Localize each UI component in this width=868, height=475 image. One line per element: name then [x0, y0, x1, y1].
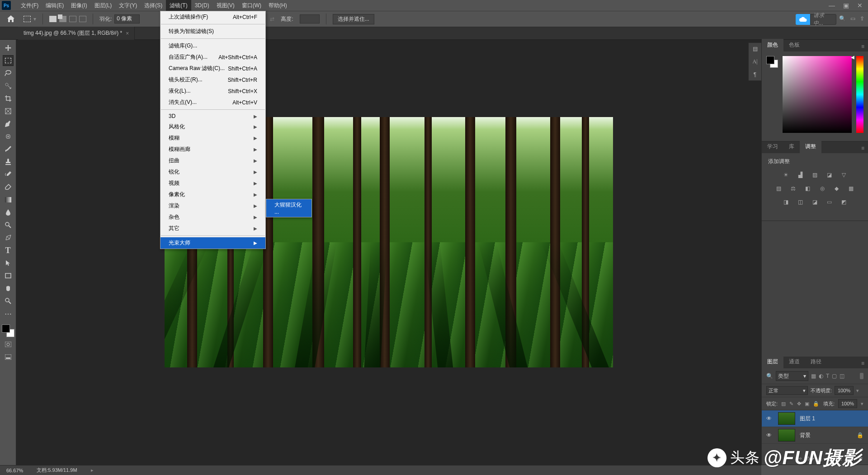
marquee-tool[interactable]: [3, 55, 14, 66]
height-input[interactable]: [300, 14, 320, 24]
frame-tool[interactable]: [3, 106, 14, 117]
lock-paint-icon[interactable]: ✎: [789, 401, 793, 407]
layer-name[interactable]: 图层 1: [800, 415, 863, 423]
menu-select[interactable]: 选择(S): [141, 0, 166, 11]
lock-artboard-icon[interactable]: ▣: [805, 401, 809, 407]
tab-libraries[interactable]: 库: [783, 141, 800, 153]
panel-color-swatch[interactable]: [766, 56, 778, 68]
fill-input[interactable]: 100%: [838, 399, 857, 408]
adj-hue-icon[interactable]: ▤: [774, 184, 783, 193]
color-picker-field[interactable]: ◀: [783, 56, 852, 133]
layer-thumbnail[interactable]: [778, 429, 795, 442]
search-icon[interactable]: 🔍: [839, 15, 846, 22]
gradient-tool[interactable]: [3, 194, 14, 205]
blend-mode-select[interactable]: 正常▾: [766, 386, 808, 395]
move-tool[interactable]: [3, 42, 14, 53]
maximize-icon[interactable]: ▣: [843, 2, 849, 9]
tab-paths[interactable]: 路径: [805, 356, 827, 368]
marquee-icon[interactable]: [24, 16, 31, 22]
panel-menu-icon[interactable]: ≡: [858, 143, 868, 153]
para-panel-icon[interactable]: ¶: [754, 71, 756, 78]
hand-tool[interactable]: [3, 283, 14, 294]
opacity-input[interactable]: 100%: [835, 386, 854, 395]
menu-filter[interactable]: 滤镜(T): [166, 0, 191, 11]
filter-adaptive[interactable]: 自适应广角(A)...Alt+Shift+Ctrl+A: [160, 52, 265, 63]
adj-threshold-icon[interactable]: ◪: [811, 198, 820, 206]
filter-type-icon[interactable]: T: [826, 373, 829, 379]
menu-edit[interactable]: 编辑(E): [42, 0, 67, 11]
search-input[interactable]: 请求中...: [810, 14, 836, 25]
filter-other[interactable]: 其它▶: [160, 223, 265, 234]
menu-type[interactable]: 文字(Y): [115, 0, 141, 11]
filter-lens[interactable]: 镜头校正(R)...Shift+Ctrl+R: [160, 74, 265, 85]
zoom-level[interactable]: 66.67%: [6, 468, 23, 473]
close-icon[interactable]: ✕: [857, 2, 863, 9]
menu-window[interactable]: 窗口(W): [238, 0, 265, 11]
adj-invert-icon[interactable]: ◨: [782, 198, 791, 206]
filter-video[interactable]: 视频▶: [160, 178, 265, 189]
filter-stylize[interactable]: 风格化▶: [160, 121, 265, 132]
panel-menu-icon[interactable]: ≡: [858, 358, 868, 368]
lock-transparency-icon[interactable]: ▨: [781, 401, 786, 407]
healing-tool[interactable]: [3, 131, 14, 142]
adj-lut-icon[interactable]: ▦: [847, 184, 856, 193]
stamp-tool[interactable]: [3, 156, 14, 167]
select-subtract-icon[interactable]: [69, 16, 76, 22]
brush-tool[interactable]: [3, 144, 14, 155]
filter-render[interactable]: 渲染▶: [160, 200, 265, 212]
screenmode-tool[interactable]: [3, 352, 14, 362]
adj-photo-filter-icon[interactable]: ◎: [818, 184, 827, 193]
select-new-icon[interactable]: [49, 16, 57, 22]
share-icon[interactable]: ⇪: [860, 15, 864, 22]
cloud-button[interactable]: [796, 14, 810, 25]
adj-levels-icon[interactable]: ▟: [796, 171, 805, 179]
swap-icon[interactable]: ⇄: [270, 16, 274, 22]
lock-all-icon[interactable]: 🔒: [813, 401, 819, 407]
color-swatch[interactable]: [2, 325, 14, 337]
layer-filter-select[interactable]: 类型▾: [776, 371, 808, 381]
layer-item-background[interactable]: 👁 背景 🔒: [762, 427, 868, 444]
filter-adjust-icon[interactable]: ◐: [819, 373, 823, 379]
workspace-icon[interactable]: ▭: [850, 15, 855, 22]
minimize-icon[interactable]: —: [829, 2, 835, 9]
select-add-icon[interactable]: [59, 16, 66, 22]
filter-blur-gallery[interactable]: 模糊画廊▶: [160, 144, 265, 155]
filter-smart-icon[interactable]: ◫: [840, 373, 844, 379]
history-brush-tool[interactable]: [3, 169, 14, 180]
feather-input[interactable]: 0 像素: [114, 14, 140, 24]
adj-gradient-map-icon[interactable]: ▭: [825, 198, 834, 206]
visibility-icon[interactable]: 👁: [766, 432, 774, 438]
filter-blur[interactable]: 模糊▶: [160, 132, 265, 144]
adj-exposure-icon[interactable]: ◪: [825, 171, 834, 179]
quick-select-tool[interactable]: [3, 80, 14, 91]
char-panel-icon[interactable]: A|: [752, 58, 757, 65]
menu-3d[interactable]: 3D(D): [191, 0, 213, 10]
filter-smart[interactable]: 转换为智能滤镜(S): [160, 26, 265, 37]
lasso-tool[interactable]: [3, 68, 14, 79]
filter-toggle[interactable]: [860, 373, 863, 379]
tab-layers[interactable]: 图层: [762, 356, 783, 368]
menu-file[interactable]: 文件(F): [17, 0, 42, 11]
menu-image[interactable]: 图像(I): [67, 0, 90, 11]
adj-curves-icon[interactable]: ▨: [811, 171, 820, 179]
tab-color[interactable]: 颜色: [762, 39, 783, 52]
filter-noise[interactable]: 杂色▶: [160, 212, 265, 223]
filter-last[interactable]: 上次滤镜操作(F)Alt+Ctrl+F: [160, 11, 265, 23]
adj-selective-icon[interactable]: ◩: [840, 198, 849, 206]
filter-vanish[interactable]: 消失点(V)...Alt+Ctrl+V: [160, 97, 265, 108]
hue-slider[interactable]: [856, 56, 863, 133]
lock-position-icon[interactable]: ✥: [797, 401, 801, 407]
menu-view[interactable]: 视图(V): [213, 0, 238, 11]
quickmask-tool[interactable]: [3, 339, 14, 350]
layer-name[interactable]: 背景: [800, 432, 852, 439]
layer-item-1[interactable]: 👁 图层 1: [762, 410, 868, 427]
adj-bw-icon[interactable]: ◧: [803, 184, 812, 193]
filter-distort[interactable]: 扭曲▶: [160, 155, 265, 166]
adj-posterize-icon[interactable]: ◫: [796, 198, 805, 206]
tab-close-icon[interactable]: ×: [126, 30, 129, 37]
filter-lightmaster[interactable]: 光束大师▶: [160, 237, 265, 249]
eyedropper-tool[interactable]: [3, 118, 14, 129]
shape-tool[interactable]: [3, 270, 14, 281]
dodge-tool[interactable]: [3, 220, 14, 230]
filter-liquify[interactable]: 液化(L)...Shift+Ctrl+X: [160, 85, 265, 97]
